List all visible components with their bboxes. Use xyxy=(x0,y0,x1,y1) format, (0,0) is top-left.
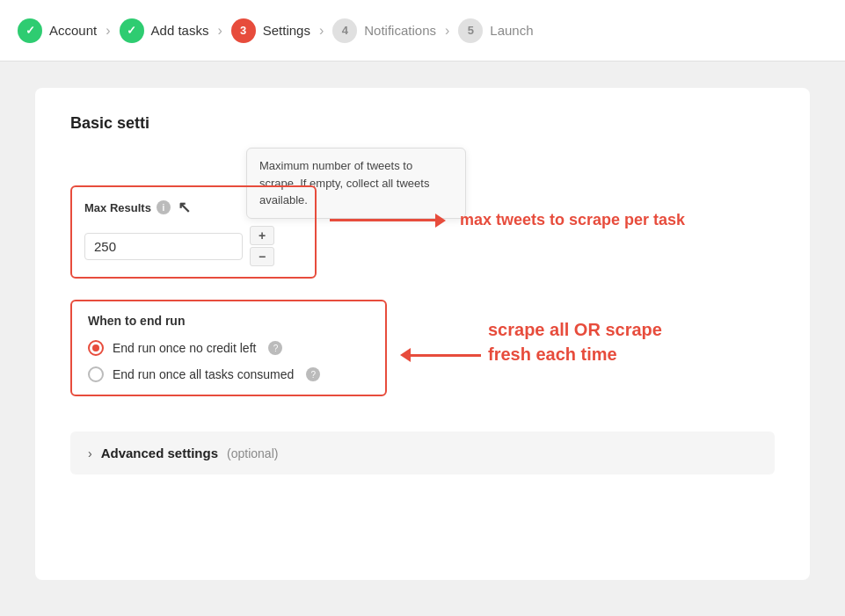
arrow-2: › xyxy=(217,23,222,39)
step-settings-circle: 3 xyxy=(231,18,256,43)
when-end-title: When to end run xyxy=(88,314,369,328)
step-launch-number: 5 xyxy=(468,24,474,37)
advanced-settings-bar[interactable]: › Advanced settings (optional) xyxy=(70,431,775,475)
arrow-line-right xyxy=(330,219,435,221)
step-add-tasks-label: Add tasks xyxy=(151,23,209,38)
step-notifications-circle: 4 xyxy=(332,18,357,43)
annotation-right-text: max tweets to scrape per task xyxy=(460,210,685,230)
arrow-1: › xyxy=(106,23,110,39)
radio-all-tasks-circle xyxy=(88,366,104,382)
check-icon-account: ✓ xyxy=(25,24,35,37)
step-add-tasks-circle: ✓ xyxy=(120,18,144,43)
step-add-tasks[interactable]: ✓ Add tasks xyxy=(120,18,209,43)
no-credit-help-icon[interactable]: ? xyxy=(268,341,282,355)
advanced-settings-optional: (optional) xyxy=(227,446,278,460)
step-notifications-label: Notifications xyxy=(364,23,436,38)
step-notifications[interactable]: 4 Notifications xyxy=(332,18,436,43)
basic-settings-header: Basic setti Maximum number of tweets to … xyxy=(70,114,775,133)
radio-all-tasks-label: End run once all tasks consumed xyxy=(113,367,294,381)
radio-option-all-tasks[interactable]: End run once all tasks consumed ? xyxy=(88,366,369,382)
step-notifications-number: 4 xyxy=(342,24,348,37)
step-settings[interactable]: 3 Settings xyxy=(231,18,310,43)
arrow-4: › xyxy=(445,23,449,39)
max-results-decrement-button[interactable]: − xyxy=(250,247,274,266)
max-results-input-row: + − xyxy=(84,226,302,266)
max-results-increment-button[interactable]: + xyxy=(250,226,274,245)
arrowhead-left xyxy=(400,348,411,362)
step-launch-circle: 5 xyxy=(458,18,483,43)
max-results-stepper: + − xyxy=(250,226,274,266)
arrow-right-group: max tweets to scrape per task xyxy=(330,210,685,230)
arrowhead-right xyxy=(435,214,446,228)
stepper-bar: ✓ Account › ✓ Add tasks › 3 Settings › 4… xyxy=(0,0,845,62)
max-results-label-row: Max Results i ↖ xyxy=(84,198,302,217)
arrow-line-left xyxy=(411,354,481,357)
max-results-info-icon[interactable]: i xyxy=(157,200,171,214)
step-launch-label: Launch xyxy=(490,23,533,38)
all-tasks-help-icon[interactable]: ? xyxy=(306,367,320,381)
radio-no-credit-circle xyxy=(88,340,104,356)
max-results-section: Max Results i ↖ + − xyxy=(70,185,775,279)
max-results-box: Max Results i ↖ + − xyxy=(70,185,317,279)
content-card: Basic setti Maximum number of tweets to … xyxy=(35,88,810,580)
cursor-indicator: ↖ xyxy=(178,198,191,217)
arrow-left-group xyxy=(400,348,481,362)
step-launch[interactable]: 5 Launch xyxy=(458,18,533,43)
advanced-settings-section: › Advanced settings (optional) xyxy=(70,431,775,475)
step-account-circle: ✓ xyxy=(18,18,42,43)
check-icon-add-tasks: ✓ xyxy=(127,24,136,37)
radio-no-credit-label: End run once no credit left xyxy=(113,341,256,355)
when-end-section: When to end run End run once no credit l… xyxy=(70,300,775,396)
when-end-box: When to end run End run once no credit l… xyxy=(70,300,387,396)
chevron-right-icon: › xyxy=(88,446,92,460)
step-settings-label: Settings xyxy=(263,23,310,38)
annotation-bottom-text: scrape all OR scrapefresh each time xyxy=(488,317,662,366)
max-results-input[interactable] xyxy=(84,233,243,260)
step-account-label: Account xyxy=(49,23,97,38)
radio-option-no-credit[interactable]: End run once no credit left ? xyxy=(88,340,369,356)
step-account[interactable]: ✓ Account xyxy=(18,18,97,43)
advanced-settings-label: Advanced settings xyxy=(101,446,218,460)
arrow-3: › xyxy=(319,23,324,39)
max-results-label-text: Max Results xyxy=(84,201,151,214)
annotation-bottom-group: scrape all OR scrapefresh each time xyxy=(488,317,662,366)
main-content: Basic setti Maximum number of tweets to … xyxy=(0,62,845,606)
step-settings-number: 3 xyxy=(240,24,246,37)
basic-settings-title: Basic setti xyxy=(70,114,149,132)
